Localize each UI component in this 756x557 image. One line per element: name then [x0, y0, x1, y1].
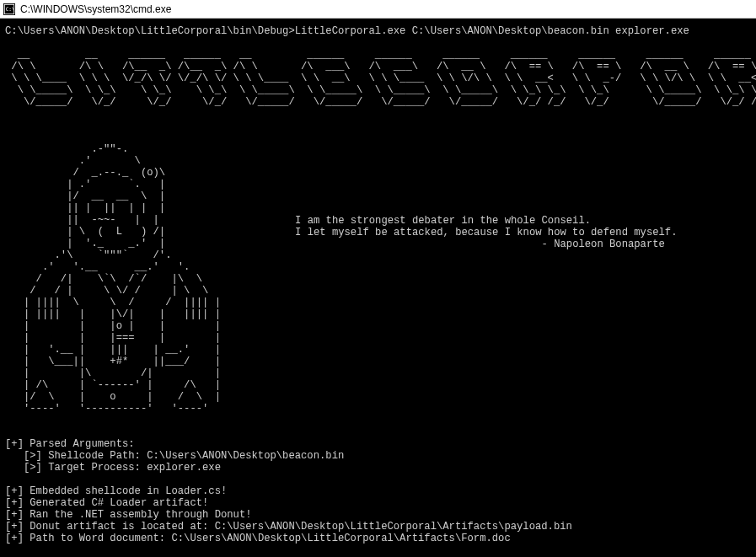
- quote-block: I am the strongest debater in the whole …: [295, 215, 677, 250]
- embedded-line: [+] Embedded shellcode in Loader.cs!: [5, 485, 227, 497]
- word-value: C:\Users\ANON\Desktop\LittleCorporal\Art…: [171, 533, 510, 544]
- ascii-title-art: __ __ ______ ______ __ ______ ______ ___…: [5, 49, 756, 108]
- window-titlebar[interactable]: C:\ C:\WINDOWS\system32\cmd.exe: [0, 0, 756, 19]
- svg-text:C:\: C:\: [6, 5, 15, 11]
- shellcode-path-label: [>] Shellcode Path:: [5, 450, 147, 462]
- word-label: [+] Path to Word document:: [5, 533, 171, 544]
- donut-value: C:\Users\ANON\Desktop\LittleCorporal\Art…: [215, 521, 572, 533]
- prompt-command: LittleCorporal.exe C:\Users\ANON\Desktop…: [295, 25, 689, 37]
- donut-label: [+] Donut artifact is located at:: [5, 521, 215, 533]
- shellcode-path-value: C:\Users\ANON\Desktop\beacon.bin: [147, 450, 344, 462]
- ascii-figure-art: .-""-. .' \ / _.--._ (o)\ | .' `. | |/ _…: [5, 143, 264, 415]
- generated-line: [+] Generated C# Loader artifact!: [5, 497, 208, 509]
- quote-attribution: - Napoleon Bonaparte: [542, 238, 665, 250]
- window-title: C:\WINDOWS\system32\cmd.exe: [20, 3, 171, 15]
- parsed-args-header: [+] Parsed Arguments:: [5, 438, 135, 450]
- prompt-cwd: C:\Users\ANON\Desktop\LittleCorporal\bin…: [5, 25, 295, 37]
- quote-line2: I let myself be attacked, because I know…: [295, 227, 677, 238]
- terminal-output[interactable]: C:\Users\ANON\Desktop\LittleCorporal\bin…: [0, 19, 756, 549]
- ran-line: [+] Ran the .NET assembly through Donut!: [5, 509, 252, 521]
- quote-line1: I am the strongest debater in the whole …: [295, 215, 591, 227]
- target-process-value: explorer.exe: [147, 462, 221, 474]
- target-process-label: [>] Target Process:: [5, 462, 147, 474]
- cmd-icon: C:\: [3, 3, 15, 15]
